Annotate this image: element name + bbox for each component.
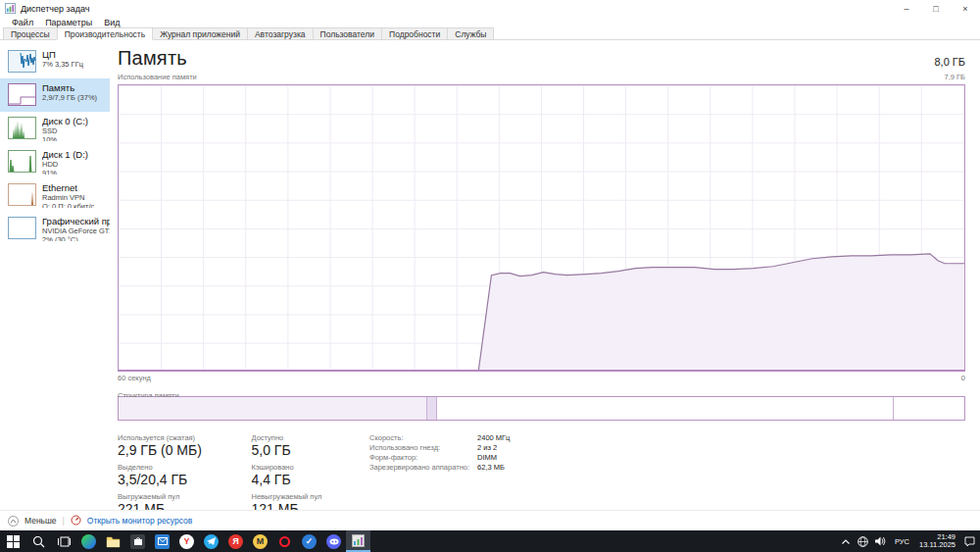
taskbar-yandex-music-icon[interactable]: Y — [174, 530, 199, 552]
tab-services[interactable]: Службы — [447, 27, 494, 39]
composition-segment-free[interactable] — [894, 397, 964, 420]
composition-segment-standby[interactable] — [437, 397, 894, 420]
memory-pane: Память 8,0 ГБ Использование памяти 7,9 Г… — [110, 40, 980, 510]
sidebar-item-ethernet[interactable]: Ethernet Radmin VPN О: 0 П: 0 кбит/с — [0, 178, 110, 212]
sidebar-disk1-type: HDD — [42, 160, 88, 169]
sidebar-disk0-name: Диск 0 (C:) — [42, 116, 88, 126]
footer-bar: Меньше | Открыть монитор ресурсов — [0, 510, 980, 530]
speed-label: Скорость: — [369, 433, 469, 442]
tray-network-globe-icon[interactable] — [857, 534, 870, 548]
open-resource-monitor-link[interactable]: Открыть монитор ресурсов — [87, 516, 193, 526]
tab-strip: Процессы Производительность Журнал прило… — [0, 27, 980, 40]
memory-composition-bar[interactable] — [118, 396, 965, 421]
performance-sidebar: ЦП 7% 3,35 ГГц Память 2,9/7,9 ГБ (37%) Д… — [0, 40, 110, 510]
stat-in-use: Используется (сжатая) 2,9 ГБ (0 МБ) — [118, 433, 238, 459]
disk0-mini-chart-icon — [8, 117, 36, 139]
ethernet-mini-chart-icon — [8, 183, 36, 206]
stat-paged-pool: Выгружаемый пул 221 МБ — [118, 492, 238, 510]
window-title: Диспетчер задач — [21, 4, 89, 14]
sidebar-memory-stats: 2,9/7,9 ГБ (37%) — [42, 93, 97, 102]
slots-value: 2 из 2 — [477, 443, 510, 452]
memory-usage-chart[interactable] — [118, 84, 965, 372]
tray-chevron-up-icon[interactable] — [839, 534, 853, 548]
taskbar-yandex-browser-icon[interactable]: Я — [223, 530, 248, 552]
disk1-mini-chart-icon — [8, 150, 36, 173]
taskbar-opera-icon[interactable] — [272, 530, 297, 552]
tab-app-history[interactable]: Журнал приложений — [152, 27, 248, 39]
chart-scale-max: 7,9 ГБ — [945, 73, 966, 82]
taskbar-file-explorer-icon[interactable] — [101, 530, 125, 552]
sidebar-cpu-stats: 7% 3,35 ГГц — [42, 60, 83, 69]
memory-usage-graph — [119, 85, 964, 370]
tray-clock[interactable]: 21:49 13.11.2025 — [916, 533, 958, 550]
sidebar-item-disk0[interactable]: Диск 0 (C:) SSD 10% — [0, 112, 110, 145]
task-manager-app-icon — [5, 3, 16, 14]
memory-mini-chart-icon — [8, 83, 36, 106]
menu-file[interactable]: Файл — [6, 18, 39, 27]
menu-options[interactable]: Параметры — [39, 18, 98, 27]
resource-monitor-icon — [71, 515, 81, 527]
sidebar-disk0-usage: 10% — [42, 135, 88, 141]
usage-chart-label: Использование памяти — [118, 73, 197, 82]
sidebar-cpu-name: ЦП — [42, 49, 83, 60]
sidebar-item-memory[interactable]: Память 2,9/7,9 ГБ (37%) — [0, 78, 110, 112]
minimize-button[interactable]: – — [892, 0, 921, 17]
notification-center-icon[interactable] — [962, 534, 976, 548]
memory-hardware-info: Скорость: 2400 МГц Использовано гнезд: 2… — [369, 433, 510, 510]
tray-volume-icon[interactable] — [874, 534, 888, 548]
tab-performance[interactable]: Производительность — [57, 27, 154, 40]
memory-stats: Используется (сжатая) 2,9 ГБ (0 МБ) Дост… — [118, 433, 965, 510]
hw-reserved-value: 62,3 МБ — [477, 463, 510, 472]
slots-label: Использовано гнезд: — [369, 443, 469, 452]
maximize-button[interactable]: □ — [921, 0, 951, 17]
taskbar-telegram-icon[interactable] — [199, 530, 223, 552]
taskbar-check-app-icon[interactable]: ✓ — [297, 530, 321, 552]
composition-segment-in-use[interactable] — [119, 397, 427, 420]
tray-language-indicator[interactable]: РУС — [892, 537, 912, 546]
search-icon[interactable] — [25, 530, 51, 552]
fewer-details-button[interactable]: Меньше — [24, 516, 57, 526]
task-manager-window: Диспетчер задач – □ × Файл Параметры Вид… — [0, 0, 980, 530]
taskbar-store-icon[interactable] — [125, 530, 150, 552]
stat-available: Доступно 5,0 ГБ — [252, 433, 358, 459]
composition-segment-modified[interactable] — [427, 397, 437, 420]
sidebar-item-disk1[interactable]: Диск 1 (D:) HDD 91% — [0, 145, 110, 178]
screen: Диспетчер задач – □ × Файл Параметры Вид… — [0, 0, 980, 552]
tab-users[interactable]: Пользователи — [313, 27, 382, 39]
tab-details[interactable]: Подробности — [381, 27, 448, 39]
taskbar: Y Я M ✓ РУС 21:49 13.11.2025 — [0, 530, 980, 552]
fewer-details-icon — [8, 516, 19, 527]
stat-committed: Выделено 3,5/20,4 ГБ — [118, 463, 238, 488]
taskbar-task-manager-icon[interactable] — [346, 530, 370, 552]
tab-processes[interactable]: Процессы — [3, 27, 58, 39]
sidebar-item-gpu[interactable]: Графический процессор NVIDIA GeForce GTX… — [0, 212, 110, 245]
performance-body: ЦП 7% 3,35 ГГц Память 2,9/7,9 ГБ (37%) Д… — [0, 40, 980, 510]
menu-view[interactable]: Вид — [98, 18, 125, 27]
sidebar-gpu-name: Графический процессор — [42, 216, 110, 226]
time-span-label: 60 секунд — [118, 374, 151, 383]
taskbar-discord-icon[interactable] — [321, 530, 346, 552]
total-memory: 8,0 ГБ — [934, 56, 965, 70]
memory-usage-area — [478, 254, 964, 370]
taskbar-yellow-m-icon[interactable]: M — [248, 530, 272, 552]
sidebar-disk1-usage: 91% — [42, 169, 88, 175]
task-view-icon[interactable] — [51, 530, 76, 552]
sidebar-item-cpu[interactable]: ЦП 7% 3,35 ГГц — [0, 45, 110, 78]
system-tray: РУС 21:49 13.11.2025 — [839, 530, 980, 552]
tray-date: 13.11.2025 — [919, 541, 956, 550]
time-zero-label: 0 — [961, 374, 965, 383]
form-factor-value: DIMM — [477, 453, 510, 462]
stat-cached: Кэшировано 4,4 ГБ — [252, 463, 358, 488]
taskbar-edge-icon[interactable] — [76, 530, 101, 552]
form-factor-label: Форм-фактор: — [369, 453, 469, 462]
gpu-mini-chart-icon — [8, 217, 36, 239]
start-button[interactable] — [0, 530, 25, 552]
sidebar-ethernet-adapter: Radmin VPN — [42, 193, 94, 202]
title-bar: Диспетчер задач – □ × — [0, 0, 980, 17]
menu-bar: Файл Параметры Вид — [0, 17, 980, 27]
hw-reserved-label: Зарезервировано аппаратно: — [369, 463, 469, 472]
taskbar-mail-icon[interactable] — [150, 530, 174, 552]
tab-startup[interactable]: Автозагрузка — [247, 27, 314, 39]
sidebar-disk0-type: SSD — [42, 126, 88, 135]
close-button[interactable]: × — [951, 0, 980, 17]
